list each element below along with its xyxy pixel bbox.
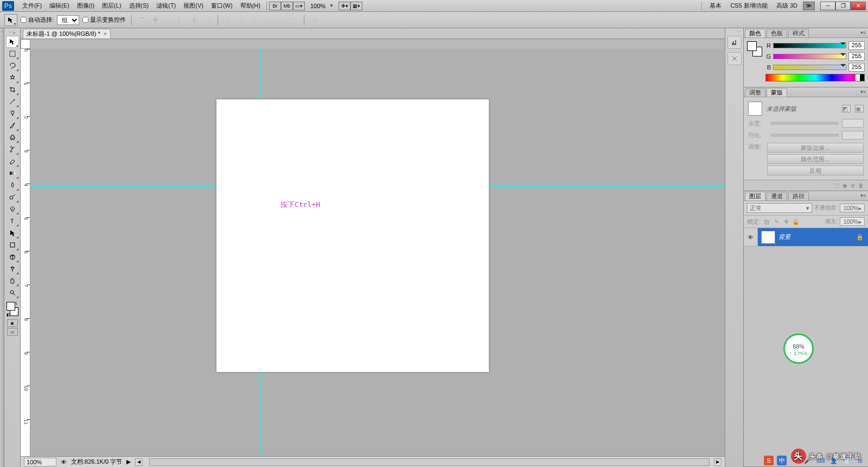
auto-align-icon[interactable]: ⎍ — [310, 15, 320, 25]
canvas[interactable]: 按下Ctrl+H — [216, 99, 489, 372]
channel-slider[interactable] — [773, 43, 846, 48]
shape-tool[interactable] — [6, 239, 19, 251]
vertical-ruler[interactable]: 01234567891011 — [21, 49, 30, 456]
dist-hcenter-icon[interactable]: ⋯ — [276, 15, 285, 25]
healing-tool[interactable] — [6, 108, 19, 119]
menu-image[interactable]: 图像(I) — [73, 2, 98, 10]
window-close-button[interactable]: ✕ — [851, 2, 866, 10]
zoom-control[interactable]: 100%▼ — [308, 3, 335, 9]
dist-bottom-icon[interactable]: ⋮ — [250, 15, 259, 25]
menu-help[interactable]: 帮助(H) — [237, 2, 264, 10]
dist-right-icon[interactable]: ⋯ — [289, 15, 298, 25]
workspace-cs5[interactable]: CS5 新增功能 — [727, 1, 770, 11]
swap-colors-icon[interactable]: ⤹ — [15, 301, 18, 306]
channel-slider[interactable] — [773, 65, 846, 70]
3d-tool[interactable] — [6, 251, 19, 263]
menu-select[interactable]: 选择(S) — [125, 2, 153, 10]
eraser-tool[interactable] — [6, 155, 19, 167]
toolbox-grip[interactable]: ⋯ ▸ — [5, 30, 20, 35]
align-bottom-icon[interactable]: ⎵ — [163, 15, 173, 25]
menu-edit[interactable]: 编辑(E) — [46, 2, 73, 10]
disable-mask-icon[interactable]: ⊘ — [851, 182, 855, 188]
marquee-tool[interactable] — [6, 48, 19, 60]
type-tool[interactable]: T — [6, 215, 19, 227]
align-right-icon[interactable]: ⎹ — [202, 15, 212, 25]
close-tab-icon[interactable]: × — [104, 31, 107, 37]
ruler-origin[interactable] — [21, 39, 30, 49]
tab-paths[interactable]: 路径 — [788, 192, 809, 200]
show-transform-checkbox[interactable]: 显示变换控件 — [82, 16, 126, 24]
channel-value[interactable]: 255 — [848, 63, 865, 72]
layer-thumbnail[interactable] — [761, 231, 775, 244]
screen-mode-icon[interactable]: ▭▾ — [293, 2, 305, 10]
status-doc-info[interactable]: 文档:826.1K/0 字节 — [71, 458, 122, 466]
arrange-icon[interactable]: ▦▾ — [350, 2, 362, 10]
wand-tool[interactable] — [6, 72, 19, 84]
status-menu-arrow[interactable]: ▶ — [126, 458, 131, 465]
move-tool[interactable] — [6, 36, 19, 48]
dist-vcenter-icon[interactable]: ⋮ — [237, 15, 246, 25]
menu-window[interactable]: 窗口(W) — [207, 2, 237, 10]
bridge-icon[interactable]: Br — [269, 2, 281, 10]
tab-layers[interactable]: 图层 — [745, 192, 765, 200]
quick-mask-button[interactable]: ◙ — [7, 319, 18, 327]
stamp-tool[interactable] — [6, 131, 19, 143]
color-range-button[interactable]: 颜色范围... — [767, 154, 864, 164]
menu-layer[interactable]: 图层(L) — [98, 2, 125, 10]
apply-mask-icon[interactable]: ◉ — [843, 182, 847, 188]
align-vcenter-icon[interactable]: ┿ — [150, 15, 160, 25]
align-top-icon[interactable]: ⎺ — [137, 15, 147, 25]
tab-masks[interactable]: 蒙版 — [767, 88, 787, 97]
tray-icon[interactable]: S — [764, 456, 774, 465]
menu-filter[interactable]: 滤镜(T) — [152, 2, 180, 10]
scroll-left-button[interactable]: ◀ — [135, 458, 143, 466]
gradient-tool[interactable] — [6, 167, 19, 179]
minibridge-icon[interactable]: Mb — [281, 2, 293, 10]
scroll-right-button[interactable]: ▶ — [714, 458, 722, 466]
layer-row[interactable]: 👁 背景 🔒 — [744, 228, 868, 247]
auto-select-checkbox[interactable]: 自动选择: — [21, 16, 54, 24]
tab-adjustments[interactable]: 调整 — [745, 88, 765, 97]
window-minimize-button[interactable]: ─ — [820, 2, 835, 10]
vector-mask-icon[interactable]: ▣ — [855, 105, 864, 112]
load-selection-icon[interactable]: ⬚ — [834, 182, 839, 188]
zoom-value[interactable]: 100% — [308, 3, 328, 9]
mask-edge-button[interactable]: 蒙版边缘... — [767, 143, 864, 153]
expand-workspaces-icon[interactable]: ≫ — [803, 2, 815, 10]
visibility-toggle-icon[interactable]: 👁 — [744, 228, 758, 246]
panel-menu-icon[interactable]: ▾≡ — [860, 30, 866, 35]
blend-mode-select[interactable]: 正常▾ — [747, 203, 812, 213]
color-spectrum[interactable] — [765, 74, 865, 81]
color-swatches[interactable]: ⤹ ◧ — [5, 301, 20, 317]
tool-preset-picker[interactable] — [4, 14, 17, 26]
status-zoom-input[interactable]: 100% — [24, 458, 56, 466]
fill-value[interactable]: 100% ▸ — [840, 217, 865, 226]
feather-slider[interactable] — [770, 134, 839, 137]
chevron-down-icon[interactable]: ▼ — [328, 3, 335, 8]
align-left-icon[interactable]: ⎸ — [176, 15, 186, 25]
channel-value[interactable]: 255 — [848, 41, 865, 50]
document-tab[interactable]: 未标题-1 @ 100%(RGB/8) * × — [23, 29, 111, 39]
menu-file[interactable]: 文件(F) — [18, 2, 46, 10]
density-slider[interactable] — [770, 122, 839, 125]
horizontal-scrollbar[interactable] — [149, 458, 710, 466]
tab-swatches[interactable]: 色板 — [767, 29, 787, 37]
histogram-panel-icon[interactable] — [727, 36, 742, 49]
tab-channels[interactable]: 通道 — [767, 192, 787, 200]
pixel-mask-icon[interactable]: ◩ — [842, 105, 851, 112]
density-value[interactable] — [842, 119, 864, 128]
dodge-tool[interactable] — [6, 191, 19, 203]
opacity-value[interactable]: 100% ▸ — [840, 204, 865, 212]
pen-tool[interactable] — [6, 203, 19, 215]
panel-menu-icon[interactable]: ▾≡ — [860, 193, 866, 198]
collapsed-dock[interactable] — [0, 28, 4, 467]
blur-tool[interactable] — [6, 179, 19, 191]
mask-thumbnail[interactable] — [748, 102, 762, 116]
workspace-basic[interactable]: 基本 — [706, 1, 725, 11]
eye-icon[interactable]: 👁 — [61, 459, 67, 465]
dist-left-icon[interactable]: ⋯ — [263, 15, 272, 25]
panel-menu-icon[interactable]: ▾≡ — [860, 89, 866, 94]
invert-button[interactable]: 反相 — [767, 166, 864, 175]
auto-select-target[interactable]: 组 — [57, 15, 79, 25]
lasso-tool[interactable] — [6, 60, 19, 72]
